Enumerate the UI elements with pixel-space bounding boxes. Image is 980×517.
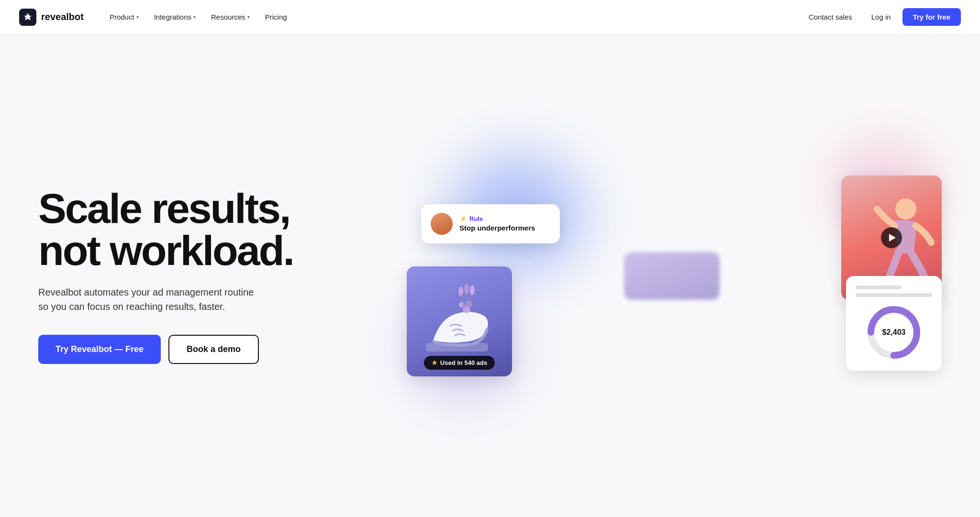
hero-left: Scale results, not workload. Revealbot a…: [38, 187, 364, 364]
svg-point-10: [458, 286, 463, 296]
user-avatar: [431, 213, 453, 235]
donut-chart-card: $2,403: [846, 276, 942, 371]
hero-buttons: Try Revealbot — Free Book a demo: [38, 335, 364, 364]
svg-point-12: [470, 286, 475, 295]
logo-text: revealbot: [41, 11, 84, 22]
rule-card: ⚡ Rule Stop underperformers: [421, 204, 560, 243]
try-revealbot-button[interactable]: Try Revealbot — Free: [38, 335, 161, 364]
chevron-down-icon: ▾: [136, 14, 139, 20]
shoe-card-background: ★ Used in 540 ads: [407, 266, 512, 376]
login-button[interactable]: Log in: [864, 9, 899, 25]
donut-svg-container: $2,403: [865, 304, 923, 361]
svg-point-0: [895, 198, 916, 220]
nav-item-product[interactable]: Product ▾: [103, 9, 145, 25]
rule-description: Stop underperformers: [459, 224, 535, 232]
nav-item-pricing[interactable]: Pricing: [258, 9, 294, 25]
chevron-down-icon: ▾: [193, 14, 196, 20]
rule-text: ⚡ Rule Stop underperformers: [459, 215, 535, 232]
logo-icon: [19, 9, 36, 26]
shoe-ad-card: ★ Used in 540 ads: [407, 266, 512, 376]
contact-sales-button[interactable]: Contact sales: [801, 9, 860, 25]
nav-links: Product ▾ Integrations ▾ Resources ▾ Pri…: [103, 9, 801, 25]
rule-label: ⚡ Rule: [459, 215, 535, 222]
nav-right: Contact sales Log in Try for free: [801, 8, 961, 26]
donut-chart: $2,403: [856, 304, 932, 361]
book-demo-button[interactable]: Book a demo: [168, 335, 259, 364]
hero-subtext: Revealbot automates your ad management r…: [38, 285, 287, 314]
logo-link[interactable]: revealbot: [19, 9, 84, 26]
hero-illustration: ⚡ Rule Stop underperformers: [383, 128, 961, 424]
star-icon: ★: [432, 359, 437, 366]
navbar: revealbot Product ▾ Integrations ▾ Resou…: [0, 0, 980, 34]
play-button-icon[interactable]: [881, 227, 902, 248]
donut-amount: $2,403: [882, 328, 906, 337]
chevron-down-icon: ▾: [247, 14, 250, 20]
hero-section: Scale results, not workload. Revealbot a…: [0, 34, 980, 517]
svg-point-11: [464, 284, 469, 294]
bolt-icon: ⚡: [459, 215, 467, 222]
nav-item-resources[interactable]: Resources ▾: [204, 9, 256, 25]
chart-label-line: [856, 286, 902, 289]
used-in-ads-badge: ★ Used in 540 ads: [424, 356, 495, 370]
chart-value-line: [856, 293, 932, 297]
bottom-decorative-card: [624, 252, 720, 300]
nav-item-integrations[interactable]: Integrations ▾: [147, 9, 202, 25]
try-free-nav-button[interactable]: Try for free: [902, 8, 961, 26]
hero-headline: Scale results, not workload.: [38, 187, 364, 272]
